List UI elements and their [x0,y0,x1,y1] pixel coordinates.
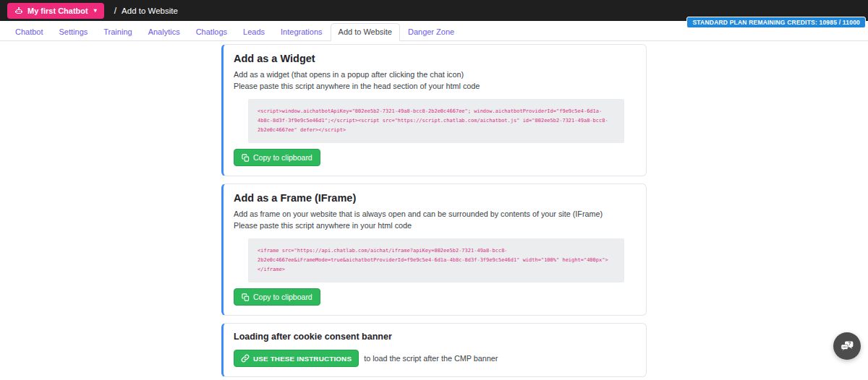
iframe-embed-code: <iframe src="https://api.chatlab.com/aic… [248,238,624,282]
iframe-description-line1: Add as frame on your website that is alw… [234,208,636,220]
iframe-copy-label: Copy to clipboard [253,293,312,301]
robot-icon [14,7,23,15]
use-these-instructions-label: USE THESE INSTRUCTIONS [253,355,352,363]
widget-embed-code: <script>window.aichatbotApiKey="802ee5b2… [248,99,624,143]
tab-analytics[interactable]: Analytics [140,23,188,41]
widget-description-line1: Add as a widget (that opens in a popup a… [234,69,636,80]
cookie-consent-section-card: Loading after cookie consent banner USE … [221,323,647,377]
widget-copy-to-clipboard-button[interactable]: Copy to clipboard [234,149,320,166]
chatbot-selector-button[interactable]: My first Chatbot ▾ [7,3,104,19]
tab-leads[interactable]: Leads [235,23,273,41]
link-icon [241,354,250,363]
help-chat-icon: ? [840,339,855,354]
tab-add-to-website[interactable]: Add to Website [331,23,400,41]
add-to-website-panel: Add as a Widget Add as a widget (that op… [221,44,647,377]
widget-description-line2: Please paste this script anywhere in the… [234,80,636,92]
iframe-copy-to-clipboard-button[interactable]: Copy to clipboard [234,288,320,306]
chatbot-selector-label: My first Chatbot [27,7,88,15]
widget-section-card: Add as a Widget Add as a widget (that op… [221,44,647,176]
use-these-instructions-button[interactable]: USE THESE INSTRUCTIONS [234,350,359,367]
tab-integrations[interactable]: Integrations [273,23,330,41]
widget-copy-label: Copy to clipboard [253,153,312,162]
breadcrumb-separator: / [114,6,116,16]
iframe-description-line2: Please paste this script anywhere in you… [234,220,636,231]
help-chat-fab-button[interactable]: ? [833,332,861,360]
remaining-credits-badge: STANDARD PLAN REMAINING CREDITS: 10985 /… [686,17,866,28]
tab-training[interactable]: Training [95,23,140,41]
cookie-suffix-text: to load the script after the CMP banner [364,354,498,363]
copy-icon [242,154,250,162]
copy-icon [242,293,250,301]
iframe-section-title: Add as a Frame (IFrame) [234,192,636,204]
cookie-section-title: Loading after cookie consent banner [234,332,636,342]
svg-text:?: ? [848,341,851,346]
widget-section-title: Add as a Widget [234,53,636,64]
breadcrumb: Add to Website [122,7,178,15]
tab-chatlogs[interactable]: Chatlogs [188,23,235,41]
tab-danger-zone[interactable]: Danger Zone [400,23,462,41]
iframe-section-card: Add as a Frame (IFrame) Add as frame on … [221,183,647,316]
chevron-down-icon: ▾ [94,8,97,14]
tab-chatbot[interactable]: Chatbot [7,23,51,41]
tab-settings[interactable]: Settings [51,23,96,41]
